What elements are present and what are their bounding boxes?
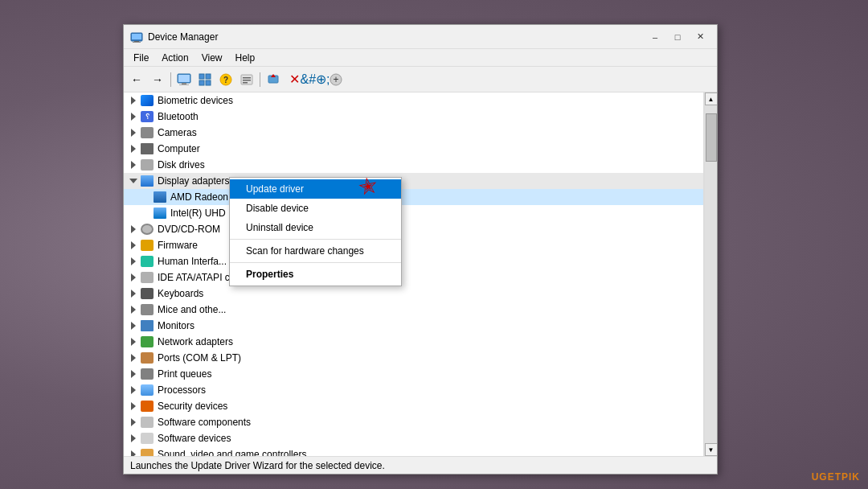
cameras-label: Cameras (158, 127, 197, 138)
bluetooth-label: Bluetooth (158, 111, 199, 122)
list-item[interactable]: Software devices (124, 430, 703, 446)
display-adapter-label: Display adapters (158, 175, 229, 187)
context-disable-label: Disable device (246, 203, 309, 214)
expand-biometric[interactable] (127, 94, 140, 107)
toolbar-add-button[interactable]: &#⊕; (305, 70, 325, 89)
list-item[interactable]: Security devices (124, 398, 703, 414)
ide-icon (140, 271, 154, 284)
list-item[interactable]: ␦ Bluetooth (124, 109, 703, 125)
cameras-icon (140, 126, 154, 139)
toolbar-computer-button[interactable] (174, 70, 194, 89)
list-item[interactable]: AMD Radeon (TM) RX 640 (124, 189, 703, 205)
menu-help[interactable]: Help (229, 51, 262, 65)
list-item[interactable]: Sound, video and game controllers (124, 446, 703, 456)
context-properties[interactable]: Properties (230, 265, 401, 284)
menu-action[interactable]: Action (155, 51, 194, 65)
list-item[interactable]: Software components (124, 414, 703, 430)
list-item[interactable]: Print queues (124, 366, 703, 382)
minimize-button[interactable]: – (645, 29, 665, 45)
toolbar-forward-button[interactable]: → (148, 70, 167, 89)
intel-label: Intel(R) UHD (170, 208, 226, 219)
expand-bluetooth[interactable] (127, 110, 140, 123)
context-menu: Update driver Disable device Uninstall d… (229, 177, 402, 286)
expand-firmware[interactable] (127, 239, 140, 252)
expand-disk[interactable] (127, 158, 140, 171)
expand-network[interactable] (127, 335, 140, 348)
maximize-button[interactable]: □ (667, 29, 688, 45)
list-item[interactable]: IDE ATA/ATAPI c... (124, 269, 703, 286)
list-item[interactable]: Firmware (124, 237, 703, 253)
svg-rect-6 (182, 83, 186, 84)
list-item[interactable]: Biometric devices (124, 92, 703, 109)
toolbar-view-button[interactable] (195, 70, 215, 89)
expand-software-dev[interactable] (127, 432, 140, 445)
menu-view[interactable]: View (195, 51, 229, 65)
expand-sound[interactable] (127, 448, 140, 456)
context-properties-label: Properties (246, 269, 293, 280)
context-update-driver[interactable]: Update driver (230, 179, 401, 199)
device-tree[interactable]: Biometric devices ␦ Bluetooth Cameras Co (124, 92, 704, 456)
expand-ide[interactable] (127, 271, 140, 284)
scroll-up-button[interactable]: ▲ (705, 92, 718, 105)
monitors-icon (140, 319, 154, 332)
scrollbar[interactable]: ▲ ▼ (704, 92, 717, 456)
svg-rect-5 (178, 75, 190, 82)
context-uninstall-device[interactable]: Uninstall device (230, 218, 401, 237)
scroll-down-button[interactable]: ▼ (705, 443, 718, 456)
expand-mice[interactable] (127, 303, 140, 316)
list-item[interactable]: Computer (124, 141, 703, 157)
expand-human[interactable] (127, 255, 140, 268)
scrollbar-track[interactable] (705, 105, 717, 443)
expand-cameras[interactable] (127, 126, 140, 139)
svg-rect-10 (199, 80, 204, 85)
computer-label: Computer (158, 143, 200, 154)
expand-keyboards[interactable] (127, 287, 140, 300)
svg-rect-11 (206, 80, 211, 85)
expand-software-comp[interactable] (127, 416, 140, 429)
computer-icon (140, 142, 154, 155)
svg-text:+: + (333, 74, 338, 85)
software-dev-label: Software devices (158, 433, 231, 444)
expand-display[interactable] (127, 175, 140, 187)
list-item[interactable]: Monitors (124, 318, 703, 334)
list-item[interactable]: Keyboards (124, 286, 703, 302)
disk-icon (140, 158, 154, 171)
context-separator-2 (230, 262, 401, 263)
status-text: Launches the Update Driver Wizard for th… (130, 460, 385, 471)
list-item[interactable]: Intel(R) UHD (124, 205, 703, 221)
list-item[interactable]: Ports (COM & LPT) (124, 350, 703, 366)
list-item[interactable]: Display adapters (124, 173, 703, 189)
toolbar-back-button[interactable]: ← (127, 70, 146, 89)
list-item[interactable]: Cameras (124, 125, 703, 141)
list-item[interactable]: Disk drives (124, 157, 703, 173)
watermark: UGETPIK (812, 471, 860, 483)
menu-file[interactable]: File (127, 51, 155, 65)
list-item[interactable]: DVD/CD-ROM (124, 221, 703, 237)
list-item[interactable]: Mice and othe... (124, 302, 703, 318)
dvd-label: DVD/CD-ROM (158, 224, 220, 235)
scrollbar-thumb[interactable] (706, 113, 717, 162)
toolbar-properties-button[interactable] (237, 70, 256, 89)
display-adapter-icon (140, 175, 154, 187)
toolbar-add-legacy-button[interactable]: + (326, 70, 346, 89)
expand-computer[interactable] (127, 142, 140, 155)
menu-bar: File Action View Help (124, 49, 717, 67)
expand-monitors[interactable] (127, 319, 140, 332)
close-button[interactable]: ✕ (690, 29, 710, 45)
context-disable-device[interactable]: Disable device (230, 199, 401, 218)
list-item[interactable]: Network adapters (124, 334, 703, 350)
toolbar-help-button[interactable]: ? (216, 70, 235, 89)
expand-dvd[interactable] (127, 223, 140, 236)
expand-print[interactable] (127, 368, 140, 380)
context-scan-hardware[interactable]: Scan for hardware changes (230, 241, 401, 261)
expand-security[interactable] (127, 400, 140, 413)
expand-processors[interactable] (127, 384, 140, 397)
monitors-label: Monitors (158, 320, 194, 331)
network-label: Network adapters (158, 336, 233, 347)
svg-rect-16 (243, 80, 251, 81)
amd-icon (153, 191, 167, 203)
expand-ports[interactable] (127, 351, 140, 364)
toolbar-scan-button[interactable] (264, 70, 283, 89)
list-item[interactable]: Human Interfa... (124, 253, 703, 269)
list-item[interactable]: Processors (124, 382, 703, 398)
